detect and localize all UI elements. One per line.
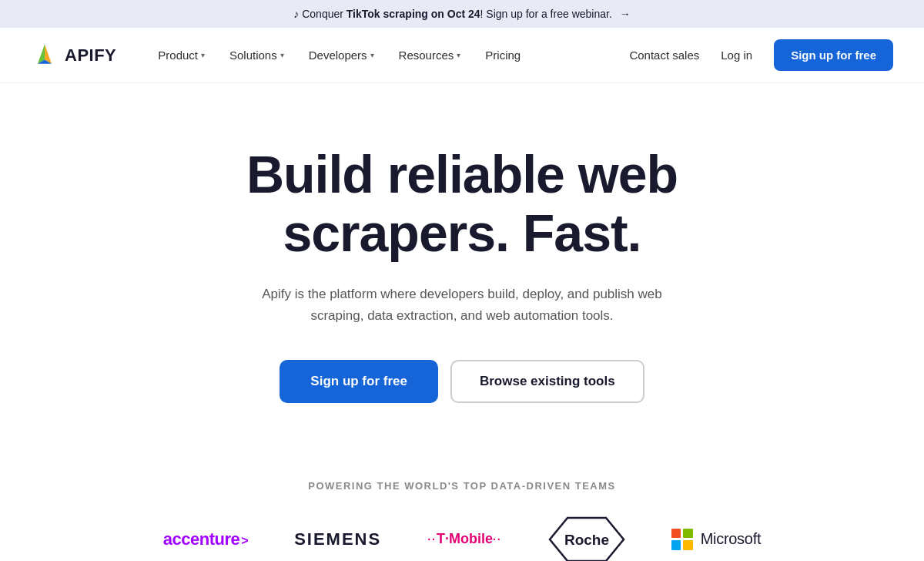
chevron-down-icon: ▾ (201, 51, 205, 59)
logos-row: accenture> SIEMENS ··T·Mobile·· Roche (31, 516, 893, 561)
nav-item-pricing[interactable]: Pricing (474, 42, 531, 68)
apify-logo-icon (31, 42, 59, 69)
nav-right: Contact sales Log in Sign up for free (629, 39, 893, 71)
announcement-banner[interactable]: ♪ Conquer TikTok scraping on Oct 24! Sig… (0, 0, 924, 28)
contact-sales-link[interactable]: Contact sales (629, 49, 699, 62)
logos-section: POWERING THE WORLD'S TOP DATA-DRIVEN TEA… (0, 449, 924, 561)
roche-logo: Roche (548, 516, 625, 561)
microsoft-name: Microsoft (701, 530, 761, 548)
tmobile-logo: ··T·Mobile·· (427, 531, 502, 547)
signup-nav-button[interactable]: Sign up for free (774, 39, 893, 71)
ms-blue-square (671, 540, 681, 550)
logos-label: POWERING THE WORLD'S TOP DATA-DRIVEN TEA… (31, 480, 893, 492)
ms-green-square (683, 529, 693, 539)
browse-tools-button[interactable]: Browse existing tools (450, 360, 644, 403)
banner-arrow: → (620, 8, 631, 20)
accenture-logo: accenture> (163, 529, 248, 549)
hero-subtitle: Apify is the platform where developers b… (262, 284, 662, 325)
logo-text: APIFY (65, 45, 116, 66)
signup-hero-button[interactable]: Sign up for free (280, 360, 438, 403)
chevron-down-icon: ▾ (370, 51, 374, 59)
banner-text-suffix: ! Sign up for a free webinar. (480, 8, 612, 20)
nav-links: Product ▾ Solutions ▾ Developers ▾ Resou… (147, 42, 629, 68)
nav-item-product[interactable]: Product ▾ (147, 42, 216, 68)
hero-buttons: Sign up for free Browse existing tools (280, 360, 644, 403)
chevron-down-icon: ▾ (457, 51, 460, 59)
svg-text:Roche: Roche (564, 532, 609, 548)
ms-yellow-square (683, 540, 693, 550)
chevron-down-icon: ▾ (280, 51, 284, 59)
hero-title: Build reliable web scrapers. Fast. (246, 145, 678, 262)
ms-red-square (671, 529, 681, 539)
roche-hexagon-icon: Roche (548, 516, 625, 561)
banner-text-prefix: Conquer (302, 8, 346, 20)
hero-section: Build reliable web scrapers. Fast. Apify… (0, 83, 924, 449)
banner-note-icon: ♪ (293, 8, 299, 20)
siemens-logo: SIEMENS (294, 529, 381, 549)
nav-item-resources[interactable]: Resources ▾ (388, 42, 472, 68)
nav-item-solutions[interactable]: Solutions ▾ (219, 42, 295, 68)
banner-text-bold: TikTok scraping on Oct 24 (346, 8, 480, 20)
microsoft-grid-icon (671, 529, 693, 550)
microsoft-logo: Microsoft (671, 529, 761, 550)
login-button[interactable]: Log in (711, 42, 762, 68)
navbar: APIFY Product ▾ Solutions ▾ Developers ▾… (0, 28, 924, 83)
nav-item-developers[interactable]: Developers ▾ (298, 42, 385, 68)
logo-link[interactable]: APIFY (31, 42, 116, 69)
